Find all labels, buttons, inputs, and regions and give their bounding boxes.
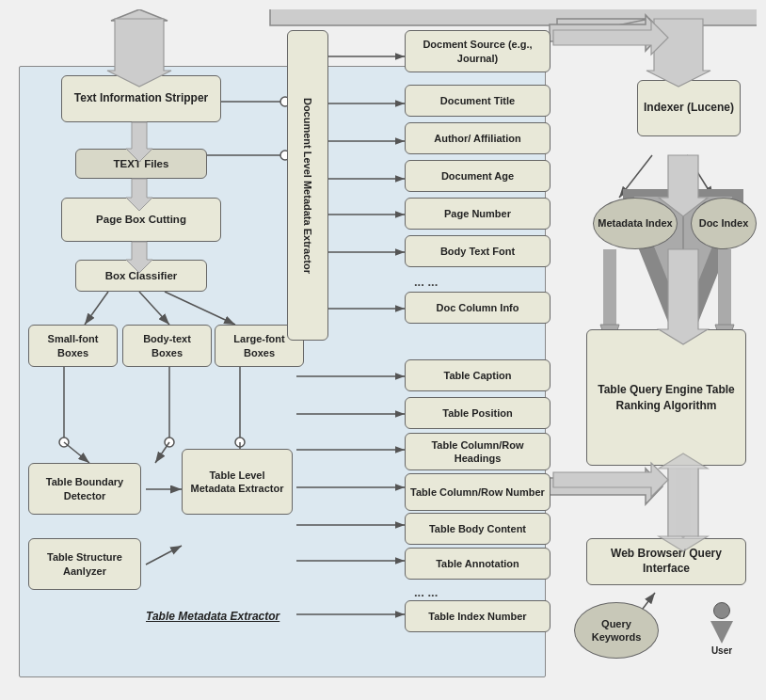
table-structure-analyzer-box: Table Structure Aanlyzer [28,538,141,590]
web-browser-query-box: Web Browser/ Query Interface [586,538,746,585]
doc-column-info-label: Doc Column Info [437,301,519,314]
body-text-boxes-box: Body-text Boxes [122,325,212,367]
body-text-font-label: Body Text Font [440,245,515,258]
doc-column-info-box: Doc Column Info [405,292,551,324]
text-files-box: TEXT Files [75,149,207,179]
body-text-font-box: Body Text Font [405,235,551,267]
table-metadata-extractor-label: Table Metadata Extractor [146,610,279,623]
user-icon: User [710,602,733,656]
svg-marker-3 [111,9,168,73]
table-boundary-detector-label: Table Boundary Detector [33,475,136,502]
table-level-metadata-box: Table Level Metadata Extractor [182,449,293,515]
table-position-label: Table Position [442,406,512,420]
indexer-lucene-label: Indexer (Lucene) [644,101,734,116]
doc-index-oval: Doc Index [691,198,757,249]
page-number-box: Page Number [405,198,551,230]
web-browser-query-label: Web Browser/ Query Interface [591,547,742,576]
svg-marker-49 [550,469,662,504]
person-body-icon [710,621,733,644]
table-col-row-headings-box: Table Column/Row Headings [405,433,551,470]
text-info-stripper-box: Text Information Stripper [61,75,221,122]
svg-line-38 [687,155,713,198]
svg-marker-69 [553,21,668,55]
body-text-boxes-label: Body-text Boxes [127,332,207,359]
svg-marker-70 [553,463,668,497]
table-structure-analyzer-label: Table Structure Aanlyzer [33,550,136,578]
metadata-index-oval: Metadata Index [593,198,678,249]
table-position-box: Table Position [405,397,551,429]
svg-marker-47 [557,19,659,38]
author-affiliation-box: Author/ Affiliation [405,122,551,154]
svg-marker-48 [550,15,662,51]
text-files-label: TEXT Files [114,157,169,171]
ellipsis1: ... ... [414,275,438,289]
table-annotation-label: Table Annotation [436,557,519,570]
document-title-box: Document Title [405,85,551,117]
table-col-row-number-box: Table Column/Row Number [405,473,551,511]
doc-level-metadata-label: Document Level Metadata Extractor [301,97,314,273]
table-metadata-label: Table Metadata Extractor [146,610,279,623]
table-query-engine-box: Table Query Engine Table Ranking Algorit… [586,329,746,466]
svg-marker-36 [655,9,711,73]
document-title-label: Document Title [440,94,515,107]
document-age-box: Document Age [405,160,551,192]
doc-source-box: Docment Source (e.g., Journal) [405,30,551,72]
svg-line-37 [619,155,652,198]
table-query-engine-label: Table Query Engine Table Ranking Algorit… [591,382,742,414]
person-head-icon [713,602,730,619]
doc-source-label: Docment Source (e.g., Journal) [409,38,546,65]
table-index-number-label: Table Index Number [428,610,526,623]
indexer-lucene-box: Indexer (Lucene) [637,80,741,136]
svg-marker-63 [646,19,710,87]
box-classifier-label: Box Classifier [105,269,178,283]
query-keywords-oval: Query Keywords [574,602,659,659]
user-label: User [711,645,732,656]
doc-level-metadata-box: Document Level Metadata Extractor [287,30,328,341]
query-keywords-label: Query Keywords [579,617,654,644]
diagram-container: Text Information Stripper TEXT Files Pag… [9,9,757,691]
svg-marker-68 [659,453,708,536]
page-number-label: Page Number [444,207,511,220]
table-body-content-label: Table Body Content [429,522,526,535]
table-caption-label: Table Caption [444,369,512,382]
table-col-row-headings-label: Table Column/Row Headings [409,438,546,466]
document-age-label: Document Age [441,169,514,183]
page-box-cutting-label: Page Box Cutting [96,213,186,227]
doc-index-label: Doc Index [699,216,749,230]
text-info-stripper-label: Text Information Stripper [74,91,208,106]
table-caption-box: Table Caption [405,359,551,391]
table-annotation-box: Table Annotation [405,548,551,580]
table-level-metadata-label: Table Level Metadata Extractor [186,469,288,496]
small-font-boxes-label: Small-font Boxes [33,332,113,359]
table-body-content-box: Table Body Content [405,513,551,545]
box-classifier-box: Box Classifier [75,260,207,292]
table-index-number-box: Table Index Number [405,600,551,632]
ellipsis2: ... ... [414,585,438,599]
table-col-row-number-label: Table Column/Row Number [410,485,545,499]
page-box-cutting-box: Page Box Cutting [61,198,221,242]
author-affiliation-label: Author/ Affiliation [434,132,520,145]
small-font-boxes-box: Small-font Boxes [28,325,118,367]
metadata-index-label: Metadata Index [598,216,672,230]
table-boundary-detector-box: Table Boundary Detector [28,463,141,515]
